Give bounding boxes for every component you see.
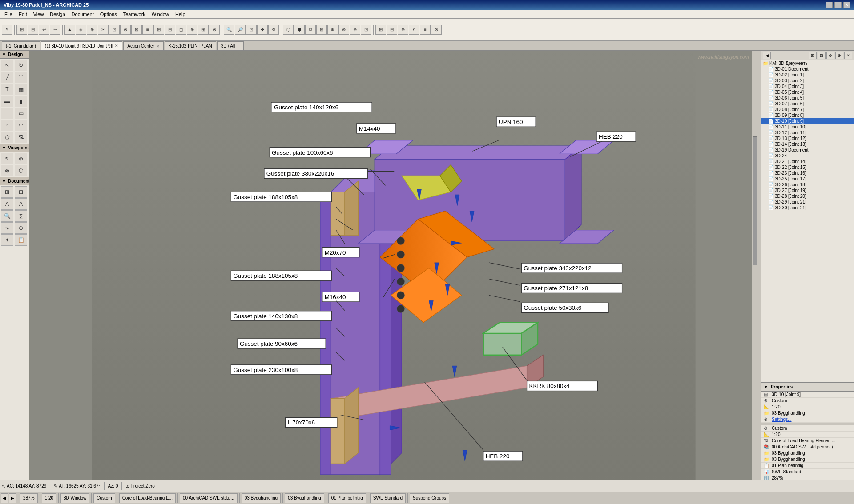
3d-btn-h[interactable]: ⊡ <box>361 25 371 35</box>
tab-close-joint9[interactable]: ✕ <box>115 44 118 48</box>
tree-item-3d19[interactable]: 📄 3D-19 Document <box>761 147 854 153</box>
doc-tool-j[interactable]: 📋 <box>15 234 27 246</box>
arrow-tool-btn[interactable]: ↖ <box>2 25 12 35</box>
extra-btn-d[interactable]: A <box>409 25 419 35</box>
rotate-tool[interactable]: ↻ <box>15 60 27 71</box>
tree-item-3d04[interactable]: 📄 3D-04 [Joint 3] <box>761 84 854 89</box>
tool-btn-i[interactable]: ⊞ <box>153 25 164 35</box>
tool-btn-m[interactable]: ⊞ <box>198 25 209 35</box>
morph-tool[interactable]: ⬠ <box>1 132 13 143</box>
3d-btn-g[interactable]: ⊕ <box>350 25 360 35</box>
tool-btn-e[interactable]: ⊡ <box>109 25 120 35</box>
menu-document[interactable]: Document <box>69 11 97 17</box>
tree-item-3d01[interactable]: 📄 3D-01 Document <box>761 66 854 72</box>
tree-item-3d24[interactable]: 📄 3D-24 <box>761 153 854 159</box>
tree-item-3d22[interactable]: 📄 3D-22 [Joint 15] <box>761 164 854 170</box>
arc-tool[interactable]: ⌒ <box>15 72 27 83</box>
props-row-settings[interactable]: ⚙ Settings... <box>761 416 854 423</box>
tree-root[interactable]: 📁 KM: 3D Документы <box>761 60 854 66</box>
doc-tool-f[interactable]: ∑ <box>15 210 27 222</box>
collapse-btn[interactable]: ◀ <box>763 52 771 59</box>
tree-item-3d27[interactable]: 📄 3D-27 [Joint 19] <box>761 188 854 193</box>
menu-edit[interactable]: Edit <box>16 11 30 17</box>
extra-btn-c[interactable]: ⊕ <box>398 25 408 35</box>
tree-item-3d25[interactable]: 📄 3D-25 [Joint 17] <box>761 176 854 182</box>
menu-options[interactable]: Options <box>97 11 120 17</box>
tab-action[interactable]: Action Center ✕ <box>123 41 164 50</box>
3d-btn-b[interactable]: ⬢ <box>294 25 305 35</box>
3d-btn-d[interactable]: ⊞ <box>316 25 327 35</box>
redo-btn[interactable]: ↪ <box>50 25 60 35</box>
tool-btn-n[interactable]: ⊗ <box>209 25 220 35</box>
extra-btn-b[interactable]: ⊟ <box>387 25 397 35</box>
beam-tool[interactable]: ═ <box>1 108 13 119</box>
canvas-area[interactable]: www.nairisargsyon.com <box>29 51 758 480</box>
tab-joint9[interactable]: (1) 3D-10 [Joint 9] [3D-10 [Joint 9]] ✕ <box>41 41 122 50</box>
roof-tool[interactable]: ⌂ <box>1 120 13 131</box>
props-btn-a[interactable]: ⊞ <box>809 52 817 59</box>
prev-view-btn[interactable]: ◀ <box>1 493 8 503</box>
3d-btn-f[interactable]: ⊗ <box>338 25 349 35</box>
viewpoint-section-header[interactable]: ▼ Viewpoint <box>0 144 29 152</box>
props-btn-d[interactable]: ⊗ <box>835 52 843 59</box>
doc-tool-g[interactable]: ∿ <box>1 222 13 234</box>
fill-tool[interactable]: ▦ <box>15 84 27 95</box>
menu-design[interactable]: Design <box>47 11 68 17</box>
window-btn[interactable]: 3D Window <box>60 493 89 503</box>
rotate-btn[interactable]: ↻ <box>268 25 279 35</box>
extra-btn-e[interactable]: ≡ <box>420 25 431 35</box>
extra-btn-f[interactable]: ⊗ <box>431 25 442 35</box>
doc-tool-a[interactable]: ⊞ <box>1 186 13 198</box>
tool-btn-b[interactable]: ◈ <box>76 25 86 35</box>
wall-tool[interactable]: ▬ <box>1 96 13 107</box>
tool-btn-h[interactable]: ≡ <box>142 25 153 35</box>
tree-item-3d02[interactable]: 📄 3D-02 [Joint 1] <box>761 72 854 78</box>
tool-btn-g[interactable]: ⊠ <box>131 25 142 35</box>
shell-tool[interactable]: ◠ <box>15 120 27 131</box>
doc-tool-i[interactable]: ✦ <box>1 234 13 246</box>
view-btn-2[interactable]: ⊟ <box>28 25 38 35</box>
vp-tool-b[interactable]: ⊕ <box>15 153 27 164</box>
stair-tool[interactable]: 🏗 <box>15 132 27 143</box>
tree-item-3d10[interactable]: 📄 3D-10 [Joint 9] <box>761 118 854 124</box>
tree-item-3d11[interactable]: 📄 3D-11 [Joint 10] <box>761 124 854 130</box>
3d-btn-a[interactable]: ⬡ <box>283 25 294 35</box>
menu-teamwork[interactable]: Teamwork <box>121 11 148 17</box>
tree-item-3d30[interactable]: 📄 3D-30 [Joint 21] <box>761 205 854 211</box>
tab-3d[interactable]: 3D / All <box>217 41 244 50</box>
menu-window[interactable]: Window <box>149 11 172 17</box>
tool-btn-f[interactable]: ⊗ <box>120 25 131 35</box>
menu-view[interactable]: View <box>31 11 47 17</box>
tool-btn-a[interactable]: ▲ <box>64 25 75 35</box>
tool-btn-c[interactable]: ⊕ <box>87 25 97 35</box>
column-tool[interactable]: ▮ <box>15 96 27 107</box>
tab-plintplan[interactable]: K-15.102 PLINTPLAN <box>165 41 216 50</box>
tree-item-3d28[interactable]: 📄 3D-28 [Joint 20] <box>761 193 854 199</box>
scroll-thumb[interactable] <box>753 136 757 265</box>
line-tool[interactable]: ╱ <box>1 72 13 83</box>
zoom-in-btn[interactable]: 🔍 <box>224 25 234 35</box>
tree-item-3d07[interactable]: 📄 3D-07 [Joint 6] <box>761 101 854 107</box>
slab-tool[interactable]: ▭ <box>15 108 27 119</box>
props-close-btn[interactable]: ✕ <box>844 52 852 59</box>
extra-btn-a[interactable]: ⊞ <box>375 25 386 35</box>
tree-item-3d03[interactable]: 📄 3D-03 [Joint 2] <box>761 78 854 84</box>
tree-item-3d23[interactable]: 📄 3D-23 [Joint 16] <box>761 170 854 176</box>
doc-tool-b[interactable]: ⊡ <box>15 186 27 198</box>
tree-item-3d21[interactable]: 📄 3D-21 [Joint 14] <box>761 159 854 164</box>
vp-tool-d[interactable]: ⬡ <box>15 165 27 176</box>
document-section-header[interactable]: ▼ Document <box>0 177 29 185</box>
tree-view[interactable]: 📁 KM: 3D Документы 📄 3D-01 Document 📄 3D… <box>761 60 854 382</box>
menu-file[interactable]: File <box>2 11 15 17</box>
doc-tool-c[interactable]: A <box>1 198 13 210</box>
next-view-btn[interactable]: ▶ <box>9 493 16 503</box>
tab-close-action[interactable]: ✕ <box>156 44 160 48</box>
tree-item-3d05[interactable]: 📄 3D-05 [Joint 4] <box>761 89 854 95</box>
tree-item-3d06[interactable]: 📄 3D-06 [Joint 5] <box>761 95 854 101</box>
minimize-button[interactable]: — <box>826 2 833 8</box>
tree-item-3d14[interactable]: 📄 3D-14 [Joint 13] <box>761 141 854 147</box>
tool-btn-l[interactable]: ⊕ <box>187 25 197 35</box>
text-tool[interactable]: T <box>1 84 13 95</box>
suspend-groups-btn[interactable]: Suspend Groups <box>410 493 449 503</box>
tool-btn-k[interactable]: ◻ <box>176 25 186 35</box>
